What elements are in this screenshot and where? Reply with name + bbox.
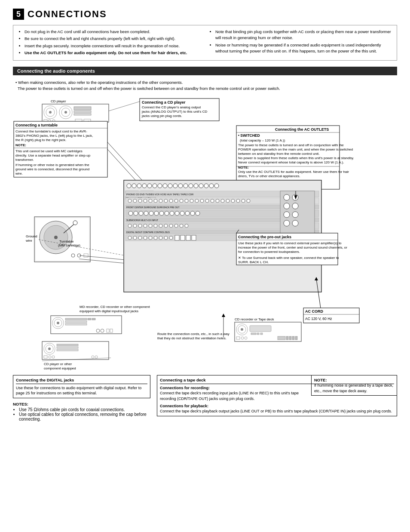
svg-text:Connect the turntable's output: Connect the turntable's output cord to t… [15,129,87,133]
svg-point-178 [292,212,298,218]
svg-text:equipped with digital input/ou: equipped with digital input/output jacks [80,309,138,313]
svg-marker-250 [222,314,225,317]
svg-text:✕ To use Surround back with on: ✕ To use Surround back with one speaker,… [238,256,339,260]
svg-text:with digital output jacks: with digital output jacks [43,371,79,372]
tape-deck-note-body: If humming noise is generated by a tape … [314,383,394,394]
svg-rect-247 [292,336,294,340]
svg-rect-248 [295,336,297,340]
svg-text:Connect the CD player's analog: Connect the CD player's analog output [142,105,201,109]
digital-jacks-box: Connecting the DIGITAL jacks Use these f… [13,375,150,398]
svg-text:PHONO  CD    DVD   TV/DBS  VCR: PHONO CD DVD TV/DBS VCR VCR2 AUX TAPE1 T… [126,193,193,196]
svg-point-160 [133,236,137,240]
intro-item-3: Insert the plugs securely. Incomplete co… [24,43,201,49]
svg-text:If humming or other noise is g: If humming or other noise is generated w… [15,163,89,167]
cd-player-bottom-device [42,341,109,360]
svg-point-134 [165,211,169,215]
svg-rect-222 [57,349,78,351]
svg-text:Route the connection cords, et: Route the connection cords, etc., in suc… [157,332,229,336]
svg-point-85 [204,184,208,188]
svg-point-139 [190,211,195,215]
tape-deck-section: NOTE: If humming noise is generated by a… [157,375,397,416]
svg-text:SUBWOOFER   MULTI-CH INPUT: SUBWOOFER MULTI-CH INPUT [126,219,158,221]
page-header: 5 CONNECTIONS [13,9,397,20]
svg-text:3802's PHONO jacks, the L (lef: 3802's PHONO jacks, the L (left) plug to… [15,134,93,138]
svg-point-154 [180,224,183,228]
svg-text:between on and standby from th: between on and standby from the remote c… [238,152,319,156]
svg-point-109 [174,199,178,203]
digital-jacks-notes: NOTES: Use 75 Ω/ohms cable pin cords for… [13,402,150,421]
svg-text:• SWITCHED: • SWITCHED [238,133,260,138]
intro-item-5: Note that binding pin plug cords togethe… [215,29,392,41]
svg-text:Connecting a turntable: Connecting a turntable [15,123,58,127]
svg-text:jacks using pin plug cords.: jacks using pin plug cords. [141,114,182,118]
ac-cord-callout: AC CORD AC 120 V, 60 Hz [303,308,359,323]
md-recorder-device [51,316,122,334]
svg-point-72 [137,184,141,188]
tape-deck-note-label: NOTE: [314,378,327,382]
svg-rect-61 [84,254,88,257]
svg-point-87 [214,184,219,188]
svg-point-137 [180,211,184,215]
svg-point-118 [221,199,224,203]
svg-point-225 [52,356,55,358]
connecting-audio-heading: Connecting the audio components [13,67,397,75]
svg-point-122 [242,199,245,203]
svg-point-105 [154,199,157,203]
svg-point-242 [241,337,244,339]
svg-text:component equipped: component equipped [44,366,76,370]
svg-point-136 [175,211,179,215]
svg-rect-10 [74,114,91,115]
svg-text:Ground: Ground [26,234,37,238]
svg-text:CD recorder or Tape deck: CD recorder or Tape deck [235,317,274,321]
svg-text:for connection to powered loud: for connection to powered loudspeakers. [238,250,300,254]
cd-player-callout: Connecting a CD player Connect the CD pl… [109,98,219,121]
svg-point-145 [133,224,137,228]
svg-point-213 [101,329,104,332]
svg-line-23 [109,101,140,111]
svg-point-121 [236,199,240,203]
svg-point-55 [54,236,58,239]
svg-text:jacks (ANALOG OUTPUT) to this : jacks (ANALOG OUTPUT) to this unit's CD [141,110,207,114]
svg-point-104 [149,199,152,203]
svg-point-112 [190,199,193,203]
svg-point-74 [147,184,152,188]
svg-text:Connecting the pre-out jacks: Connecting the pre-out jacks [238,235,291,239]
svg-rect-220 [57,344,78,346]
svg-point-164 [154,236,157,240]
ac-outlets-callout: Connecting the AC OUTLETS • SWITCHED (to… [236,126,354,189]
svg-point-81 [184,184,188,188]
svg-rect-214 [107,329,109,332]
intro-box: Do not plug in the AC cord until all con… [13,25,397,61]
svg-point-131 [149,211,153,215]
svg-point-103 [144,199,147,203]
svg-rect-238 [251,333,256,335]
svg-text:No power is supplied from thes: No power is supplied from these outlets … [238,156,354,160]
svg-rect-223 [44,356,47,358]
svg-point-73 [142,184,147,188]
svg-point-148 [149,224,152,228]
svg-point-108 [169,199,173,203]
svg-text:increase the power of the fron: increase the power of the front, center … [238,246,347,249]
connections-playback-body: Connect the tape deck's playback output … [160,409,394,414]
svg-point-70 [127,184,131,188]
section-number: 5 [13,9,24,20]
svg-point-174 [292,194,298,200]
svg-text:Turntable: Turntable [59,240,74,243]
digital-jacks-body: Use these for connections to audio equip… [16,385,147,396]
svg-rect-221 [57,347,78,348]
svg-text:transformer.: transformer. [15,158,34,162]
svg-rect-210 [88,318,91,320]
svg-point-128 [134,211,138,215]
notes-list: Use 75 Ω/ohms cable pin cords for coaxia… [13,407,150,421]
svg-point-80 [178,184,183,188]
svg-point-127 [129,211,133,215]
turntable-callout: Connecting a turntable Connect the turnt… [14,121,107,177]
svg-text:AC CORD: AC CORD [305,309,323,314]
svg-point-132 [154,211,159,215]
svg-text:Use these jacks if you wish to: Use these jacks if you wish to connect e… [238,241,342,245]
section-title: CONNECTIONS [28,9,107,20]
svg-rect-240 [260,333,263,335]
svg-text:driers, TVs or other electrica: driers, TVs or other electrical applianc… [238,174,300,178]
svg-point-173 [284,194,290,200]
svg-rect-215 [110,329,113,332]
